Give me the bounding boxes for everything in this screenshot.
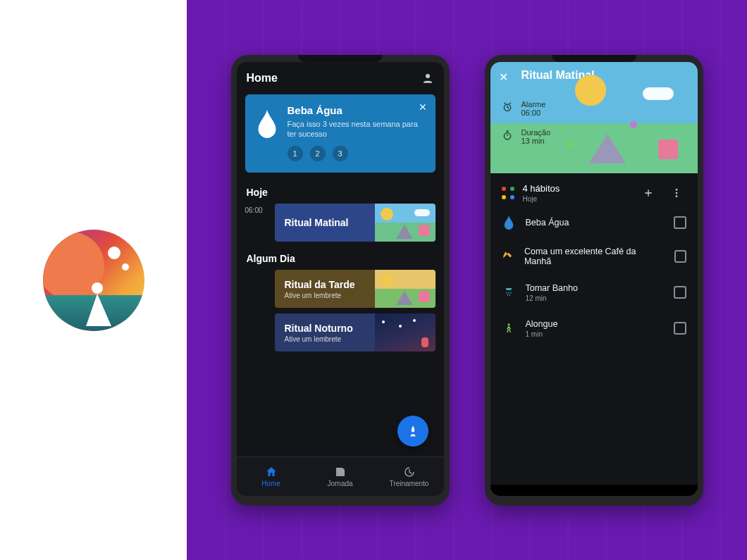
ritual-subtitle: Ative um lembrete — [285, 292, 375, 299]
svg-point-12 — [675, 192, 677, 194]
nav-treinamento-label: Treinamento — [390, 480, 429, 487]
decoration-dot — [567, 141, 574, 148]
app-logo — [41, 228, 147, 333]
decoration-dot — [630, 121, 637, 128]
svg-point-8 — [426, 74, 430, 78]
cube-shape — [658, 139, 678, 159]
ritual-title: Ritual Matinal — [285, 217, 375, 228]
svg-point-13 — [675, 195, 677, 197]
nav-home-label: Home — [261, 480, 280, 487]
section-today-label: Hoje — [237, 178, 444, 201]
stretch-icon — [502, 322, 516, 335]
challenge-subtitle: Faça isso 3 vezes nesta semana para ter … — [288, 119, 426, 139]
phone-home: Home ✕ Beba Água Faça isso 3 vezes nesta… — [231, 55, 450, 506]
habit-row[interactable]: Coma um excelente Café da Manhã — [490, 238, 698, 275]
ritual-art-morning — [375, 204, 436, 242]
shower-icon — [502, 286, 516, 299]
habit-row[interactable]: Alongue 1 min — [490, 311, 698, 347]
habit-title: Beba Água — [526, 218, 569, 228]
system-nav-bar — [490, 485, 698, 496]
water-drop-icon — [502, 216, 516, 230]
nav-home[interactable]: Home — [237, 457, 306, 496]
ritual-header: ✕ Ritual Matinal Alarme 06:00 Duraçã — [490, 62, 698, 173]
svg-point-14 — [507, 323, 510, 325]
breakfast-icon — [502, 250, 514, 263]
habits-subtitle: Hoje — [523, 195, 560, 203]
ritual-card-noturno[interactable]: Ritual Noturno Ative um lembrete — [275, 313, 436, 351]
water-drop-icon — [255, 108, 279, 139]
duration-label: Duração — [521, 128, 551, 137]
ritual-title: Ritual Noturno — [285, 323, 375, 334]
alarm-label: Alarme — [521, 100, 546, 108]
habit-title: Tomar Banho — [526, 283, 578, 293]
ritual-card-matinal[interactable]: Ritual Matinal — [275, 204, 436, 242]
svg-point-11 — [675, 189, 677, 191]
fab-launch-button[interactable] — [397, 416, 428, 447]
close-icon[interactable]: ✕ — [499, 70, 508, 84]
nav-jornada[interactable]: Jornada — [306, 457, 375, 496]
close-icon[interactable]: ✕ — [419, 101, 427, 113]
step-2[interactable]: 2 — [310, 146, 326, 161]
habit-checkbox[interactable] — [674, 250, 686, 263]
section-someday-label: Algum Dia — [237, 244, 444, 267]
right-panel: Home ✕ Beba Água Faça isso 3 vezes nesta… — [187, 0, 747, 560]
duration-icon — [500, 130, 514, 144]
habit-checkbox[interactable] — [674, 286, 686, 299]
alarm-value: 06:00 — [521, 108, 546, 117]
svg-point-4 — [122, 263, 129, 270]
phone-ritual-detail: ✕ Ritual Matinal Alarme 06:00 Duraçã — [485, 55, 703, 506]
mountain-shape — [589, 134, 626, 163]
svg-point-3 — [108, 247, 121, 259]
habits-count: 4 hábitos — [523, 183, 560, 194]
habit-subtitle: 12 min — [526, 294, 578, 302]
cloud-icon — [643, 87, 674, 100]
step-3[interactable]: 3 — [333, 146, 348, 161]
habit-title: Alongue — [526, 319, 558, 329]
bottom-nav: Home Jornada Treinamento — [237, 456, 444, 496]
nav-treinamento[interactable]: Treinamento — [375, 457, 444, 496]
habit-row[interactable]: Beba Água — [490, 207, 698, 238]
habits-group-icon — [502, 187, 514, 199]
ritual-card-tarde[interactable]: Ritual da Tarde Ative um lembrete — [275, 270, 436, 308]
duration-value: 13 min — [521, 137, 551, 145]
ritual-subtitle: Ative um lembrete — [285, 335, 375, 343]
ritual-title: Ritual da Tarde — [285, 279, 375, 290]
step-1[interactable]: 1 — [288, 146, 303, 161]
ritual-time: 06:00 — [245, 204, 275, 242]
challenge-card[interactable]: ✕ Beba Água Faça isso 3 vezes nesta sema… — [245, 94, 436, 173]
page-title: Home — [247, 72, 278, 85]
left-panel — [0, 0, 187, 560]
alarm-icon — [500, 101, 514, 116]
profile-icon[interactable] — [421, 72, 434, 85]
challenge-steps: 1 2 3 — [288, 146, 426, 161]
phone-notch — [298, 55, 383, 62]
phone-notch — [552, 55, 636, 62]
ritual-art-afternoon — [375, 270, 436, 308]
challenge-title: Beba Água — [288, 104, 426, 116]
ritual-art-night — [375, 313, 436, 351]
nav-jornada-label: Jornada — [327, 480, 352, 487]
add-habit-button[interactable] — [638, 183, 658, 203]
habit-checkbox[interactable] — [674, 322, 686, 335]
habit-subtitle: 1 min — [526, 330, 558, 338]
habit-row[interactable]: Tomar Banho 12 min — [490, 275, 698, 311]
habit-checkbox[interactable] — [674, 216, 686, 229]
more-menu-button[interactable] — [667, 183, 686, 203]
svg-point-6 — [92, 282, 103, 294]
habit-title: Coma um excelente Café da Manhã — [524, 247, 655, 266]
svg-point-10 — [504, 132, 510, 139]
